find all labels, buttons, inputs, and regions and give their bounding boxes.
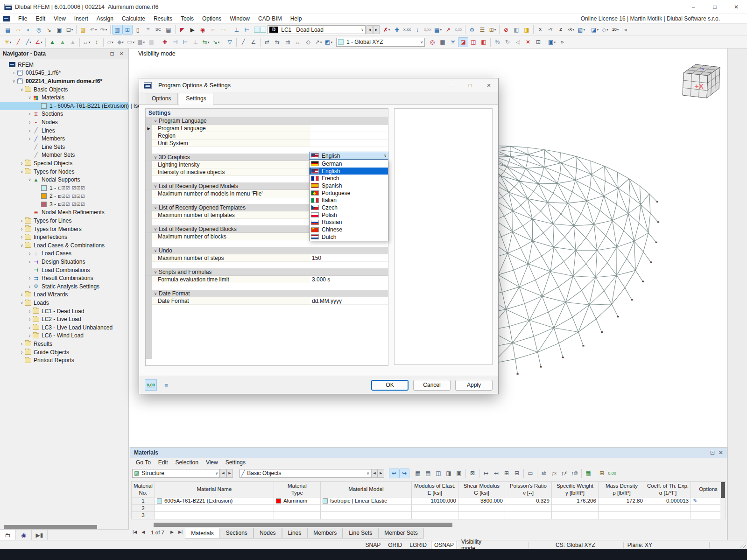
cell-material-no[interactable]: 1: [132, 497, 155, 505]
materials-menu-selection[interactable]: Selection: [172, 458, 202, 467]
toggle-navigator-icon[interactable]: ▥: [112, 25, 122, 35]
cell-shear-modulus[interactable]: 3800.000: [458, 497, 505, 505]
database-settings-icon[interactable]: ≡: [160, 379, 172, 391]
tree-expander[interactable]: ∨: [19, 301, 25, 305]
insert-row-icon[interactable]: ⊞: [501, 469, 512, 478]
tree-item[interactable]: ∨Types for Nodes: [0, 168, 129, 176]
cell-material-no[interactable]: 3: [132, 512, 155, 519]
line-hinge-icon[interactable]: ⊣: [170, 37, 180, 47]
member-eccentricity-icon[interactable]: ⇆▾: [201, 37, 211, 47]
settings-param-row[interactable]: ▶Program Language: [146, 125, 388, 132]
param-value[interactable]: [310, 140, 388, 147]
new-nodal-support-icon[interactable]: ▲: [47, 37, 57, 47]
toggle-panel-icon[interactable]: ▯: [133, 25, 143, 35]
cell-material-type[interactable]: [274, 512, 320, 519]
window-maximize-button[interactable]: □: [704, 0, 726, 14]
cell-material-model[interactable]: [320, 512, 411, 519]
menu-help[interactable]: Help: [286, 14, 306, 23]
support-node[interactable]: [631, 299, 633, 301]
cube-rotate-icon[interactable]: ↷: [700, 67, 705, 72]
param-value[interactable]: [310, 132, 388, 140]
language-option-german[interactable]: German: [310, 160, 388, 168]
toolbar-overflow-icon[interactable]: »: [620, 25, 631, 35]
undo-icon[interactable]: ↶▾: [88, 25, 99, 35]
status-toggle-osnap[interactable]: OSNAP: [431, 541, 457, 549]
support-checkboxes[interactable]: E☑☑ ☑☑☑: [58, 202, 85, 207]
structure-next-button[interactable]: ▶: [226, 469, 233, 478]
menu-results[interactable]: Results: [149, 14, 176, 23]
program-language-combo[interactable]: English ∨: [309, 152, 388, 160]
new-from-template-icon[interactable]: ▨: [78, 25, 88, 35]
menu-calculate[interactable]: Calculate: [118, 14, 149, 23]
tree-item[interactable]: ›⚙Static Analysis Settings: [0, 282, 129, 291]
relation-back-icon[interactable]: ↩: [389, 469, 399, 478]
render-mode-1-icon[interactable]: ◧: [511, 25, 521, 35]
materials-menu-view[interactable]: View: [202, 458, 222, 467]
import-column-icon[interactable]: ↦: [481, 469, 491, 478]
filter-loads-icon[interactable]: ✗▾: [381, 25, 392, 35]
tree-item[interactable]: ∨▲Nodal Supports: [0, 175, 129, 184]
first-page-button[interactable]: |◀: [130, 528, 139, 536]
cell-material-name[interactable]: [155, 504, 274, 512]
menu-view[interactable]: View: [49, 14, 70, 23]
grid-points-icon[interactable]: ✳: [448, 37, 458, 47]
support-node[interactable]: [655, 242, 657, 243]
connect-members-icon[interactable]: ∠: [248, 37, 259, 47]
new-line-support-icon[interactable]: ▲: [57, 37, 68, 47]
member-nonlinearity-icon[interactable]: ↘▾: [211, 37, 221, 47]
table-tab-materials[interactable]: Materials: [185, 528, 220, 539]
tree-item[interactable]: ›⇉Result Combinations: [0, 274, 129, 282]
settings-group-row[interactable]: ∨Date Format: [146, 290, 388, 297]
toggle-sidebar-icon[interactable]: ▤: [163, 25, 174, 35]
units-icon[interactable]: 0,00: [607, 469, 617, 478]
tree-item[interactable]: ›Load Wizards: [0, 291, 129, 299]
align-members-1-icon[interactable]: ⇄: [262, 37, 272, 47]
new-opening-icon[interactable]: ▭▾: [126, 37, 136, 47]
menu-edit[interactable]: Edit: [31, 14, 49, 23]
column-filter-3-icon[interactable]: ▣: [454, 469, 464, 478]
tree-expander[interactable]: ›: [27, 259, 33, 265]
freeze-header-icon[interactable]: ▭: [525, 469, 536, 478]
plane-xz-icon[interactable]: ◧: [479, 37, 489, 47]
load-case-prev-button[interactable]: ◀: [366, 25, 373, 34]
tree-item[interactable]: ›╱Lines: [0, 126, 129, 135]
visibility-settings-icon[interactable]: ▣▾: [547, 37, 557, 47]
language-option-czech[interactable]: Czech: [310, 204, 388, 211]
tree-item[interactable]: ›LC3 - Live Load Unbalanced: [0, 323, 129, 332]
toggle-console-icon[interactable]: ≡: [143, 25, 153, 35]
cell-thermal-exp[interactable]: 0.000013: [645, 497, 691, 505]
mirror-plane-icon[interactable]: ◁: [513, 37, 523, 47]
menu-insert[interactable]: Insert: [70, 14, 92, 23]
tree-expander[interactable]: ∨: [19, 87, 25, 92]
support-node[interactable]: [617, 316, 619, 317]
menu-assign[interactable]: Assign: [92, 14, 118, 23]
formula-delete-icon[interactable]: ƒ✗: [559, 469, 570, 478]
new-block-icon[interactable]: ▦▾: [136, 37, 146, 47]
language-option-polish[interactable]: Polish: [310, 211, 388, 219]
column-filter-1-icon[interactable]: ◫: [433, 469, 444, 478]
tree-expander[interactable]: ›: [27, 332, 33, 339]
tree-item[interactable]: RFEM: [0, 61, 129, 69]
cell-modulus[interactable]: 10100.000: [411, 497, 458, 505]
align-members-2-icon[interactable]: ⇆: [272, 37, 282, 47]
tree-expander[interactable]: ›: [19, 217, 25, 224]
prev-page-button[interactable]: ◀: [139, 528, 147, 536]
tree-expander[interactable]: ›: [27, 111, 33, 117]
dialog-close-button[interactable]: ✕: [479, 79, 498, 92]
result-table-icon[interactable]: ▦▾: [433, 25, 443, 35]
tree-expander[interactable]: ›: [19, 291, 25, 298]
calculator-icon[interactable]: ⊞▾: [487, 25, 498, 35]
category-combo[interactable]: ╱Basic Objects∨: [240, 469, 371, 478]
cell-mass-density[interactable]: [598, 512, 645, 519]
param-value[interactable]: [310, 125, 388, 132]
tree-item[interactable]: ›LC1 - Dead Load: [0, 307, 129, 315]
cell-shear-modulus[interactable]: [458, 512, 505, 519]
dlubal-connect-icon[interactable]: ◐: [23, 25, 34, 35]
support-node[interactable]: [583, 345, 585, 346]
grid-settings-icon[interactable]: ▦: [437, 37, 448, 47]
coordinate-system-combo[interactable]: 1 - Global XYZ∨: [336, 38, 425, 47]
language-option-italian[interactable]: Italian: [310, 196, 388, 204]
tree-expander[interactable]: ∨: [27, 177, 33, 182]
next-page-button[interactable]: ▶: [168, 528, 176, 536]
new-dimension-icon[interactable]: ↔▾: [81, 37, 92, 47]
